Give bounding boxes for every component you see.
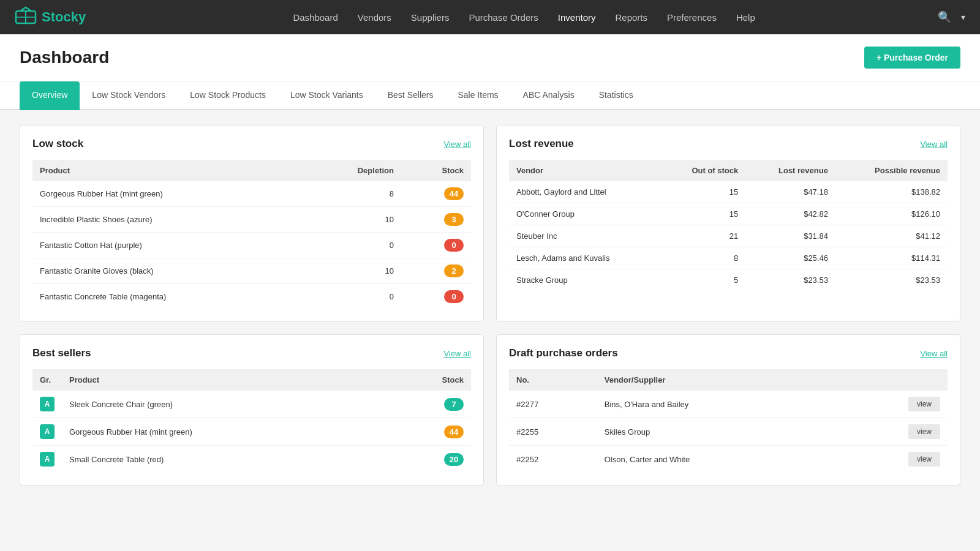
lost-revenue-col-out-of-stock: Out of stock — [660, 160, 746, 181]
vendor-name: Steuber Inc — [509, 225, 660, 247]
lost-revenue-header: Lost revenue View all — [509, 138, 948, 150]
best-sellers-col-stock: Stock — [385, 369, 471, 391]
stock-badge: 44 — [444, 425, 464, 438]
view-button[interactable]: view — [908, 424, 940, 439]
table-row: Abbott, Gaylord and Littel 15 $47.18 $13… — [509, 181, 948, 203]
draft-po-col-vendor: Vendor/Supplier — [597, 369, 837, 391]
out-of-stock-value: 21 — [660, 225, 746, 247]
possible-revenue-value: $138.82 — [835, 181, 948, 203]
stock-value: 44 — [401, 181, 471, 207]
table-row: A Small Concrete Table (red) 20 — [32, 446, 471, 473]
table-row: Incredible Plastic Shoes (azure) 10 3 — [32, 207, 471, 233]
tab-low-stock-vendors[interactable]: Low Stock Vendors — [80, 81, 178, 110]
vendor-name: Abbott, Gaylord and Littel — [509, 181, 660, 203]
low-stock-title: Low stock — [32, 138, 83, 150]
lost-revenue-table: Vendor Out of stock Lost revenue Possibl… — [509, 160, 948, 291]
navbar: Stocky Dashboard Vendors Suppliers Purch… — [0, 0, 980, 34]
draft-po-view-all[interactable]: View all — [920, 349, 948, 358]
tab-statistics[interactable]: Statistics — [587, 81, 646, 110]
table-row: Fantastic Concrete Table (magenta) 0 0 — [32, 284, 471, 310]
table-row: Stracke Group 5 $23.53 $23.53 — [509, 269, 948, 291]
tab-low-stock-variants[interactable]: Low Stock Variants — [278, 81, 375, 110]
possible-revenue-value: $23.53 — [835, 269, 948, 291]
low-stock-header: Low stock View all — [32, 138, 471, 150]
draft-po-col-action — [836, 369, 948, 391]
po-vendor: Skiles Group — [597, 418, 837, 446]
product-name: Gorgeous Rubber Hat (mint green) — [62, 418, 385, 446]
lost-revenue-value: $25.46 — [745, 247, 835, 269]
nav-reports[interactable]: Reports — [615, 12, 647, 23]
lost-revenue-value: $47.18 — [745, 181, 835, 203]
grade-cell: A — [32, 391, 62, 418]
low-stock-view-all[interactable]: View all — [443, 140, 471, 149]
tab-abc-analysis[interactable]: ABC Analysis — [511, 81, 587, 110]
logo-icon — [15, 6, 37, 28]
product-name: Incredible Plastic Shoes (azure) — [32, 207, 303, 233]
stock-badge: 20 — [444, 453, 464, 466]
tab-best-sellers[interactable]: Best Sellers — [375, 81, 446, 110]
nav-preferences[interactable]: Preferences — [667, 12, 717, 23]
page-title: Dashboard — [20, 48, 109, 67]
lost-revenue-view-all[interactable]: View all — [920, 140, 948, 149]
draft-po-header: Draft purchase orders View all — [509, 347, 948, 359]
view-button[interactable]: view — [908, 452, 940, 467]
purchase-order-button[interactable]: + Purchase Order — [864, 47, 960, 69]
depletion-value: 10 — [303, 207, 401, 233]
po-number: #2252 — [509, 446, 597, 473]
table-row: Fantastic Granite Gloves (black) 10 2 — [32, 258, 471, 284]
low-stock-col-stock: Stock — [401, 160, 471, 181]
po-vendor: Olson, Carter and White — [597, 446, 837, 473]
lost-revenue-header-row: Vendor Out of stock Lost revenue Possibl… — [509, 160, 948, 181]
grade-cell: A — [32, 446, 62, 473]
stock-badge: 0 — [444, 290, 464, 303]
nav-help[interactable]: Help — [736, 12, 755, 23]
product-name: Fantastic Granite Gloves (black) — [32, 258, 303, 284]
low-stock-col-product: Product — [32, 160, 303, 181]
low-stock-col-depletion: Depletion — [303, 160, 401, 181]
view-button[interactable]: view — [908, 397, 940, 411]
depletion-value: 0 — [303, 284, 401, 310]
stock-value: 7 — [385, 391, 471, 418]
table-row: A Gorgeous Rubber Hat (mint green) 44 — [32, 418, 471, 446]
nav-right: 🔍 ▾ — [938, 10, 965, 24]
best-sellers-card: Best sellers View all Gr. Product Stock … — [20, 334, 484, 485]
draft-po-title: Draft purchase orders — [509, 347, 618, 359]
lost-revenue-value: $42.82 — [745, 203, 835, 225]
depletion-value: 8 — [303, 181, 401, 207]
stock-badge: 2 — [444, 264, 464, 277]
nav-inventory[interactable]: Inventory — [558, 12, 596, 23]
tabs-bar: Overview Low Stock Vendors Low Stock Pro… — [0, 81, 980, 110]
product-name: Small Concrete Table (red) — [62, 446, 385, 473]
lost-revenue-col-vendor: Vendor — [509, 160, 660, 181]
depletion-value: 0 — [303, 233, 401, 258]
nav-dashboard[interactable]: Dashboard — [293, 12, 337, 23]
grade-badge: A — [40, 397, 55, 411]
nav-vendors[interactable]: Vendors — [358, 12, 391, 23]
logo[interactable]: Stocky — [15, 6, 86, 28]
stock-badge: 7 — [444, 398, 464, 411]
product-name: Fantastic Concrete Table (magenta) — [32, 284, 303, 310]
main-content: Low stock View all Product Depletion Sto… — [0, 110, 980, 500]
po-number: #2255 — [509, 418, 597, 446]
nav-purchase-orders[interactable]: Purchase Orders — [469, 12, 538, 23]
stock-value: 0 — [401, 233, 471, 258]
search-icon[interactable]: 🔍 — [938, 10, 951, 24]
nav-suppliers[interactable]: Suppliers — [411, 12, 450, 23]
table-row: #2252 Olson, Carter and White view — [509, 446, 948, 473]
lost-revenue-col-possible-revenue: Possible revenue — [835, 160, 948, 181]
tab-overview[interactable]: Overview — [20, 81, 80, 110]
stock-value: 44 — [385, 418, 471, 446]
best-sellers-view-all[interactable]: View all — [443, 349, 471, 358]
tab-low-stock-products[interactable]: Low Stock Products — [178, 81, 278, 110]
page-header: Dashboard + Purchase Order — [0, 34, 980, 81]
nav-dropdown-icon[interactable]: ▾ — [961, 12, 965, 22]
best-sellers-col-product: Product — [62, 369, 385, 391]
product-name: Gorgeous Rubber Hat (mint green) — [32, 181, 303, 207]
po-action-cell: view — [836, 418, 948, 446]
lost-revenue-card: Lost revenue View all Vendor Out of stoc… — [496, 125, 960, 322]
best-sellers-col-grade: Gr. — [32, 369, 62, 391]
table-row: Fantastic Cotton Hat (purple) 0 0 — [32, 233, 471, 258]
tab-sale-items[interactable]: Sale Items — [445, 81, 510, 110]
draft-po-col-number: No. — [509, 369, 597, 391]
vendor-name: Lesch, Adams and Kuvalis — [509, 247, 660, 269]
